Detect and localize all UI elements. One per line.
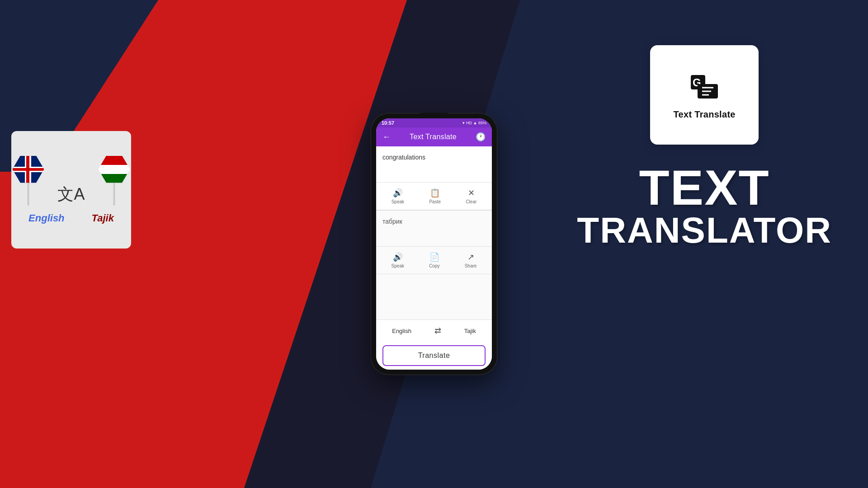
target-text-zone: табрик: [376, 211, 492, 247]
swap-languages-button[interactable]: ⇄: [430, 324, 445, 338]
language-labels: English Tajik: [28, 212, 114, 224]
uk-flag-icon: [12, 156, 44, 183]
clear-button[interactable]: ✕ Clear: [461, 186, 481, 206]
phone-screen: 10:57 ▾ HD ▲ 65% ← Text Translate 🕐 cong…: [376, 118, 492, 370]
english-label: English: [28, 212, 64, 224]
wifi-icon: ▾: [462, 121, 465, 125]
language-selector-bar: English ⇄ Tajik: [376, 319, 492, 342]
tajik-label: Tajik: [92, 212, 114, 224]
big-text-line2: TRANSLATOR: [577, 212, 832, 249]
english-flag-pole: [12, 156, 44, 206]
app-title: Text Translate: [410, 133, 457, 141]
flag-pole-right: [113, 183, 115, 206]
speak-source-label: Speak: [392, 199, 404, 204]
output-action-bar: 🔊 Speak 📄 Copy ↗ Share: [376, 247, 492, 274]
status-icons: ▾ HD ▲ 65%: [462, 121, 486, 125]
copy-icon: 📄: [429, 252, 439, 262]
hd-icon: HD ▲ 65%: [466, 121, 486, 125]
phone-notch: [420, 113, 448, 117]
translate-center-icon: 文A: [57, 183, 85, 206]
tajik-flag-icon: [99, 156, 130, 183]
copy-label: Copy: [429, 263, 439, 268]
speak-source-button[interactable]: 🔊 Speak: [387, 186, 409, 206]
paste-label: Paste: [429, 199, 441, 204]
input-action-bar: 🔊 Speak 📋 Paste ✕ Clear: [376, 183, 492, 210]
source-text-zone[interactable]: congratulations: [376, 146, 492, 183]
share-button[interactable]: ↗ Share: [460, 250, 481, 270]
app-promo-card: G Text Translate: [650, 45, 759, 145]
speak-target-icon: 🔊: [393, 252, 403, 262]
flag-pole-left: [27, 183, 29, 206]
source-text: congratulations: [382, 154, 425, 161]
paste-icon: 📋: [430, 188, 440, 198]
clear-icon: ✕: [468, 188, 475, 198]
translate-button[interactable]: Translate: [382, 345, 486, 366]
output-area: табрик 🔊 Speak 📄 Copy ↗ Sh: [376, 210, 492, 319]
back-button[interactable]: ←: [382, 132, 391, 142]
input-area: congratulations 🔊 Speak 📋 Paste ✕ Clear: [376, 146, 492, 370]
target-language-selector[interactable]: Tajik: [464, 328, 476, 334]
tajik-flag-pole: [99, 156, 130, 206]
status-time: 10:57: [382, 120, 394, 126]
paste-button[interactable]: 📋 Paste: [425, 186, 445, 206]
source-language-selector[interactable]: English: [392, 328, 411, 334]
status-bar: 10:57 ▾ HD ▲ 65%: [376, 118, 492, 127]
phone-shell: 10:57 ▾ HD ▲ 65% ← Text Translate 🕐 cong…: [371, 113, 497, 375]
big-text-display: TEXT TRANSLATOR: [577, 163, 832, 249]
clear-label: Clear: [466, 199, 476, 204]
speak-target-label: Speak: [392, 263, 404, 268]
left-language-card: 文A English Tajik: [11, 131, 131, 249]
right-content-panel: G Text Translate TEXT TRANSLATOR: [577, 45, 832, 249]
share-icon: ↗: [467, 252, 474, 262]
speak-target-button[interactable]: 🔊 Speak: [387, 250, 409, 270]
speak-source-icon: 🔊: [393, 188, 403, 198]
gt-card-title: Text Translate: [674, 109, 736, 120]
copy-button[interactable]: 📄 Copy: [425, 250, 444, 270]
gt-logo-icon: G: [689, 70, 720, 102]
history-button[interactable]: 🕐: [476, 132, 486, 142]
target-text: табрик: [382, 218, 402, 225]
share-label: Share: [465, 263, 477, 268]
big-text-line1: TEXT: [639, 163, 770, 212]
app-header: ← Text Translate 🕐: [376, 127, 492, 146]
phone-device: 10:57 ▾ HD ▲ 65% ← Text Translate 🕐 cong…: [371, 113, 497, 375]
flag-pair: 文A: [12, 156, 130, 206]
